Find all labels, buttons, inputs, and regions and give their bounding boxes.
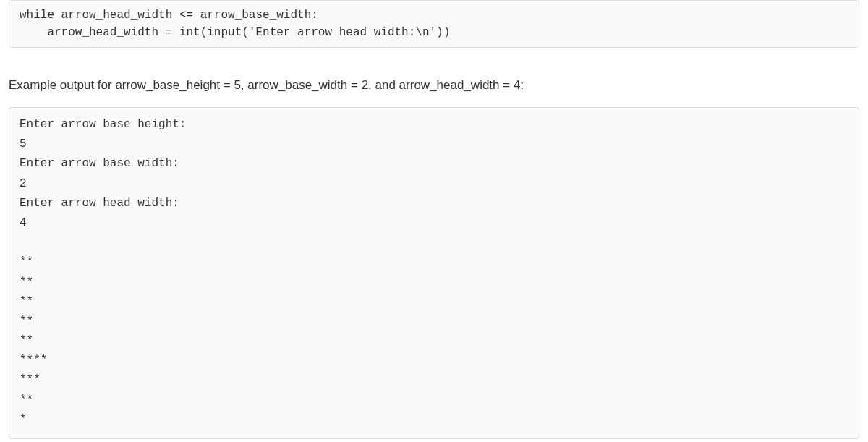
output-block: Enter arrow base height: 5 Enter arrow b… <box>9 107 859 439</box>
example-description: Example output for arrow_base_height = 5… <box>9 78 859 93</box>
code-block: while arrow_head_width <= arrow_base_wid… <box>9 0 859 48</box>
